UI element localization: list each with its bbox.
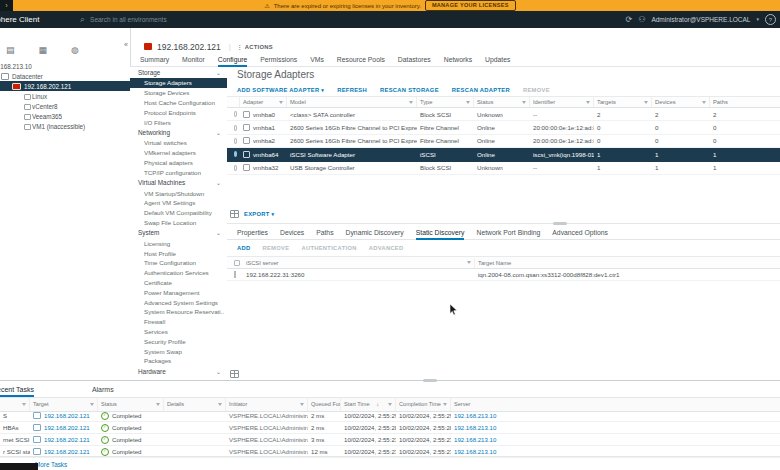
nav-item[interactable]: Power Management [130,287,227,297]
nav-item[interactable]: Advanced System Settings [130,297,227,307]
nav-section-networking[interactable]: Networking⌄ [130,127,227,138]
detail-tab[interactable]: Devices [280,226,304,240]
task-row[interactable]: HBAs 192.168.202.121 ✓Completed VSPHERE.… [0,422,780,434]
main-tab[interactable]: Updates [485,54,510,67]
manage-licenses-button[interactable]: MANAGE YOUR LICENSES [425,0,516,11]
storage-icon[interactable]: ▦ [39,45,48,55]
nav-item[interactable]: Services [130,327,227,337]
nav-item[interactable]: Agent VM Settings [130,198,227,208]
main-tab[interactable]: Configure [218,54,247,67]
nav-item[interactable]: Protocol Endpoints [130,107,227,117]
radio-button[interactable] [234,165,237,171]
tree-item-vm[interactable]: Veeam365 [0,111,130,121]
server-link[interactable]: 192.168.213.10 [454,424,496,431]
filter-icon[interactable] [156,403,160,406]
global-search[interactable]: ⌕ [80,13,340,26]
nav-item[interactable]: Storage Adapters [130,78,227,88]
radio-button[interactable] [234,111,237,117]
column-targets[interactable]: Targets [594,97,652,107]
main-tab[interactable]: VMs [310,54,324,67]
column-status[interactable]: Status [474,97,530,107]
filter-icon[interactable] [90,403,94,406]
filter-icon[interactable] [443,403,447,406]
actions-menu-button[interactable]: ⋮ ACTIONS [237,44,273,50]
nav-item[interactable]: TCP/IP configuration [130,167,227,177]
nav-item[interactable]: System Resource Reservati.. [130,307,227,317]
refresh-icon[interactable]: ⟳ [626,16,633,24]
help-icon[interactable]: ? [765,14,776,25]
nav-item[interactable]: Host Profile [130,248,227,258]
grid-icon[interactable] [230,370,239,378]
nav-item[interactable]: Authentication Services [130,268,227,278]
nav-item[interactable]: VM Startup/Shutdown [130,188,227,198]
nav-section-virtual-machines[interactable]: Virtual Machines⌄ [130,177,227,188]
radio-button-checked[interactable] [234,151,237,157]
filter-icon[interactable] [644,101,648,104]
column-identifier[interactable]: Identifier [530,97,594,107]
nav-item[interactable]: Firewall [130,317,227,327]
more-tasks-link[interactable]: More Tasks [35,461,67,468]
main-tab[interactable]: Permissions [260,54,297,67]
tree-item-vm[interactable]: VM1 (inaccessible) [0,121,130,131]
main-tab[interactable]: Monitor [182,54,205,67]
table-row[interactable]: vmhba1 2600 Series 16Gb Fibre Channel to… [227,121,780,134]
nav-item[interactable]: VMkernel adapters [130,148,227,158]
column-type[interactable]: Type [417,97,474,107]
tree-item-vm[interactable]: Linux [0,91,130,101]
nav-item[interactable]: I/O Filters [130,117,227,127]
nav-item[interactable]: Certificate [130,278,227,288]
collapse-tree-icon[interactable]: « [124,41,128,48]
filter-icon[interactable] [522,101,526,104]
export-control[interactable]: EXPORT ▾ [230,210,274,218]
export-button[interactable]: EXPORT ▾ [244,211,274,217]
filter-icon[interactable] [702,101,706,104]
row-checkbox[interactable] [234,271,236,278]
add-button[interactable]: ADD [237,245,250,251]
table-row[interactable]: vmhba32 USB Storage Controller Block SCS… [227,162,780,175]
search-input[interactable] [88,15,322,24]
nav-item[interactable]: Virtual switches [130,138,227,148]
target-link[interactable]: 192.168.202.121 [44,412,90,419]
nav-item[interactable]: Swap File Location [130,218,227,228]
column-model[interactable]: Model [287,97,417,107]
table-row[interactable]: vmhba2 2600 Series 16Gb Fibre Channel to… [227,135,780,148]
tree-item-datacenter[interactable]: Datacenter [0,71,130,81]
select-all-checkbox[interactable] [234,260,240,266]
panel-splitter[interactable] [227,223,780,224]
nav-item[interactable]: Packages [130,356,227,366]
column-iscsi-server[interactable]: iSCSI server [243,258,475,268]
nav-item[interactable]: Storage Devices [130,88,227,98]
main-tab[interactable]: Datastores [398,54,431,67]
hosts-and-clusters-icon[interactable]: ▤ [6,45,15,55]
drag-handle[interactable] [423,379,437,382]
detail-tab[interactable]: Properties [237,226,268,240]
server-link[interactable]: 192.168.213.10 [454,448,496,455]
filter-icon[interactable] [409,101,413,104]
refresh-button[interactable]: REFRESH [337,87,367,93]
filter-icon[interactable] [467,261,471,264]
detail-tab[interactable]: Dynamic Discovery [346,226,404,240]
detail-tab[interactable]: Network Port Binding [476,226,540,240]
main-tab[interactable]: Resource Pools [337,54,385,67]
tab-alarms[interactable]: Alarms [92,383,114,397]
nav-item[interactable]: Physical adapters [130,158,227,168]
user-menu[interactable]: Administrator@VSPHERE.LOCAL [651,16,750,23]
nav-item[interactable]: Host Cache Configuration [130,98,227,108]
filter-icon[interactable] [466,101,470,104]
rescan-adapter-button[interactable]: RESCAN ADAPTER [452,87,510,93]
add-software-adapter-button[interactable]: ADD SOFTWARE ADAPTER ▾ [237,87,324,93]
main-tab[interactable]: Summary [140,54,169,67]
target-link[interactable]: 192.168.202.121 [44,436,90,443]
filter-icon[interactable] [586,101,590,104]
column-devices[interactable]: Devices [652,97,710,107]
nav-section-hardware[interactable]: Hardware⌄ [130,366,227,377]
detail-tab[interactable]: Static Discovery [416,226,465,240]
radio-button[interactable] [234,138,237,144]
nav-item[interactable]: System Swap [130,346,227,356]
detail-tab[interactable]: Paths [316,226,333,240]
tree-item-vcenter[interactable]: 192.168.213.10 [0,61,130,71]
banner-collapse-arrow[interactable]: › [0,0,13,11]
rescan-storage-button[interactable]: RESCAN STORAGE [380,87,439,93]
column-adapter[interactable]: Adapter [240,97,287,107]
filter-icon[interactable] [279,101,283,104]
